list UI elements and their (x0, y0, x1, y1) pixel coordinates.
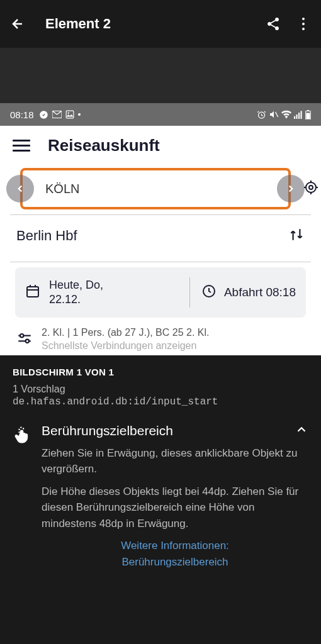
chevron-right-icon (285, 183, 296, 194)
suggestion-desc-1: Ziehen Sie in Erwägung, dieses anklickba… (42, 445, 308, 477)
top-app-bar: Element 2 (0, 0, 321, 48)
battery-icon (305, 110, 311, 119)
svg-rect-19 (27, 287, 38, 297)
svg-rect-8 (298, 113, 300, 119)
chevron-left-icon (14, 183, 26, 194)
search-area: KÖLN Berlin Hbf (0, 168, 321, 355)
alarm-icon (257, 110, 266, 119)
svg-line-5 (276, 112, 278, 117)
from-input-row: KÖLN (6, 168, 315, 209)
learn-more-link[interactable]: Weitere Informationen: Berührungszielber… (42, 538, 308, 570)
preferences-row[interactable]: 2. Kl. | 1 Pers. (ab 27 J.), BC 25 2. Kl… (6, 318, 315, 355)
signal-icon (294, 110, 303, 119)
image-icon (65, 110, 74, 119)
datetime-selector[interactable]: Heute, Do, 22.12. Abfahrt 08:18 (15, 267, 306, 318)
back-arrow-icon[interactable] (10, 16, 25, 31)
chevron-up-icon[interactable] (295, 423, 308, 439)
to-input-row[interactable]: Berlin Hbf (6, 215, 315, 257)
prev-button[interactable] (6, 175, 34, 203)
status-icons-right (257, 109, 311, 119)
screenshot-preview: 08:18 Reiseauskunft (0, 48, 321, 355)
divider (10, 262, 311, 262)
mail-icon (52, 111, 62, 118)
status-bar: 08:18 (0, 103, 321, 126)
suggestion-item[interactable]: Berührungszielbereich Ziehen Sie in Erwä… (13, 423, 308, 570)
screen-count-label: BILDSCHIRM 1 VON 1 (13, 367, 308, 377)
date-text: Heute, Do, 22.12. (49, 278, 178, 308)
hamburger-menu-icon[interactable] (13, 136, 30, 155)
location-icon[interactable] (303, 180, 318, 197)
mute-icon (269, 109, 279, 119)
svg-rect-6 (294, 116, 295, 119)
phone-screenshot: 08:18 Reiseauskunft (0, 103, 321, 355)
touch-icon (13, 425, 30, 570)
svg-point-13 (309, 186, 313, 189)
status-icons-left (39, 110, 81, 119)
share-icon[interactable] (266, 16, 281, 31)
calendar-icon (25, 284, 40, 301)
suggestion-header: Berührungszielbereich (42, 423, 308, 439)
svg-rect-9 (301, 111, 302, 119)
svg-rect-11 (307, 110, 309, 111)
suggestion-count: 1 Vorschlag (13, 384, 308, 395)
vertical-divider (189, 277, 190, 308)
suggestion-title: Berührungszielbereich (42, 423, 173, 438)
from-input-highlighted[interactable]: KÖLN (20, 168, 291, 209)
next-button[interactable] (277, 175, 305, 203)
app-title: Reiseauskunft (48, 136, 160, 155)
check-circle-icon (39, 110, 48, 119)
svg-rect-12 (307, 113, 310, 119)
resource-id: de.hafas.android.db:id/input_start (13, 396, 308, 408)
accessibility-panel: BILDSCHIRM 1 VON 1 1 Vorschlag de.hafas.… (0, 355, 321, 582)
notification-dot-icon (78, 113, 81, 116)
to-input-text: Berlin Hbf (16, 228, 288, 244)
from-input-text: KÖLN (45, 182, 79, 196)
departure-text: Abfahrt 08:18 (224, 286, 296, 299)
svg-point-25 (20, 334, 23, 337)
svg-rect-7 (296, 114, 298, 119)
clock-icon (201, 284, 217, 301)
more-vert-icon[interactable] (296, 16, 311, 31)
svg-rect-2 (66, 111, 74, 118)
preferences-text: 2. Kl. | 1 Pers. (ab 27 J.), BC 25 2. Kl… (42, 326, 210, 353)
svg-point-27 (26, 339, 29, 342)
suggestion-desc-2: Die Höhe dieses Objekts liegt bei 44dp. … (42, 484, 308, 532)
app-header: Reiseauskunft (0, 126, 321, 168)
wifi-icon (281, 110, 291, 119)
sliders-icon (16, 330, 33, 349)
status-time: 08:18 (10, 109, 34, 120)
suggestion-content: Berührungszielbereich Ziehen Sie in Erwä… (42, 423, 308, 570)
page-title: Element 2 (45, 16, 266, 32)
swap-icon[interactable] (288, 226, 305, 245)
svg-point-3 (67, 113, 69, 114)
svg-point-14 (306, 182, 316, 192)
